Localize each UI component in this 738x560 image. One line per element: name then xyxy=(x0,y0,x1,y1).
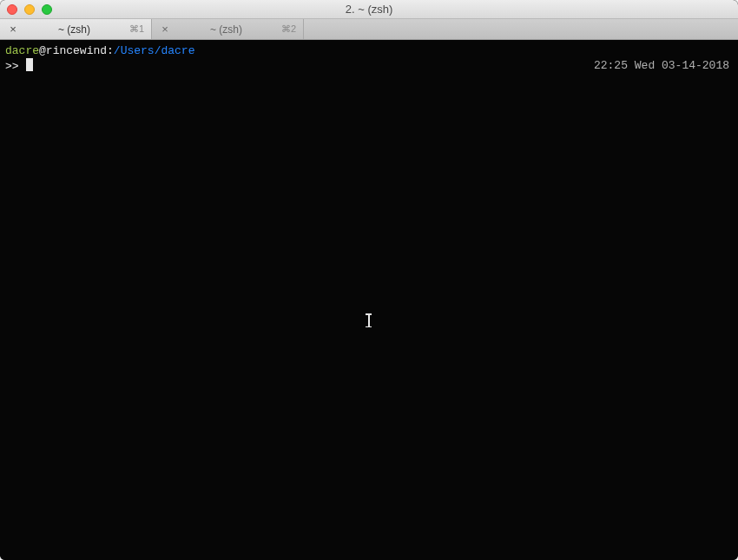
prompt-sep: : xyxy=(107,44,114,57)
tab-bar: × ~ (zsh) ⌘1 × ~ (zsh) ⌘2 xyxy=(0,19,738,40)
window-title: 2. ~ (zsh) xyxy=(0,3,738,16)
traffic-lights xyxy=(0,4,52,15)
close-window-icon[interactable] xyxy=(7,4,17,15)
close-tab-icon[interactable]: × xyxy=(159,23,171,36)
right-prompt-datetime: 22:25 Wed 03-14-2018 xyxy=(594,58,729,73)
prompt-user: dacre xyxy=(5,44,39,57)
minimize-window-icon[interactable] xyxy=(24,4,35,15)
prompt-symbol: >> xyxy=(5,60,25,73)
prompt-host: rincewind xyxy=(46,44,107,57)
tab-label: ~ (zsh) xyxy=(24,23,124,36)
mouse-ibeam-cursor-icon xyxy=(366,313,372,327)
prompt-path: /Users/dacre xyxy=(114,44,195,57)
terminal-cursor xyxy=(26,58,33,71)
tab-shortcut: ⌘2 xyxy=(281,23,296,35)
titlebar[interactable]: 2. ~ (zsh) xyxy=(0,0,738,19)
prompt-line-1: dacre@rincewind:/Users/dacre xyxy=(5,43,733,58)
tab-1[interactable]: × ~ (zsh) ⌘1 xyxy=(0,19,152,39)
zoom-window-icon[interactable] xyxy=(42,4,52,15)
tab-shortcut: ⌘1 xyxy=(129,23,144,35)
tab-2[interactable]: × ~ (zsh) ⌘2 xyxy=(152,19,304,39)
terminal-window: 2. ~ (zsh) × ~ (zsh) ⌘1 × ~ (zsh) ⌘2 dac… xyxy=(0,0,738,560)
tab-label: ~ (zsh) xyxy=(176,23,276,36)
close-tab-icon[interactable]: × xyxy=(7,23,19,36)
prompt-at: @ xyxy=(39,44,46,57)
terminal-viewport[interactable]: dacre@rincewind:/Users/dacre >> 22:25 We… xyxy=(0,40,738,560)
